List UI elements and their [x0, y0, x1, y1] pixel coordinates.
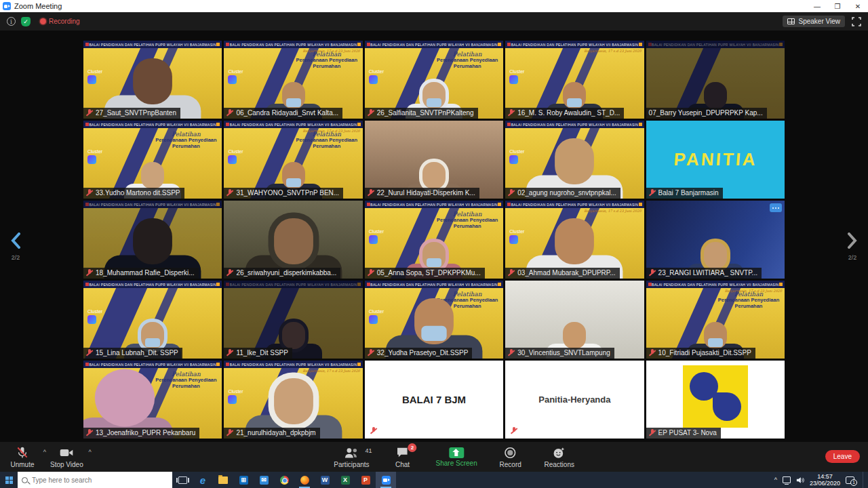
speaker-view-button[interactable]: Speaker View — [783, 16, 845, 27]
camera-icon — [59, 446, 74, 460]
participant-tile[interactable]: BALAI PENDIDIKAN DAN PELATIHAN PUPR WILA… — [83, 121, 222, 199]
video-options-caret[interactable]: ^ — [89, 449, 92, 455]
camera-background — [365, 121, 503, 199]
participant-tile[interactable]: BALAI PENDIDIKAN DAN PELATIHAN PUPR WILA… — [83, 281, 222, 359]
participant-tile[interactable]: BALAI PENDIDIKAN DAN PELATIHAN PUPR WILA… — [224, 361, 362, 439]
restore-button[interactable]: ❐ — [827, 0, 848, 12]
participant-tile[interactable]: BALAI PENDIDIKAN DAN PELATIHAN PUPR WILA… — [83, 361, 222, 439]
record-button[interactable]: Record — [495, 446, 526, 468]
participant-grid: BALAI PENDIDIKAN DAN PELATIHAN PUPR WILA… — [83, 41, 785, 439]
display-name-text: BALAI 7 BJM — [365, 361, 503, 439]
participant-tile[interactable]: PANITIA Balai 7 Banjarmasin — [646, 121, 785, 199]
participant-tile[interactable]: BALAI PENDIDIKAN DAN PELATIHAN PUPR WILA… — [646, 41, 785, 119]
taskbar-powerpoint[interactable]: P — [355, 472, 376, 488]
unmute-button[interactable]: Unmute ^ — [7, 446, 38, 468]
nameplate: 27_Saut_SNVTPnpBanten — [83, 108, 180, 119]
chevron-left-icon[interactable] — [10, 232, 21, 249]
taskbar-zoom[interactable] — [376, 472, 396, 488]
meeting-info-icon[interactable]: i — [7, 17, 16, 26]
mic-options-caret[interactable]: ^ — [43, 449, 46, 455]
nameplate: 03_Ahmad Mubarak_DPUPRP... — [505, 268, 619, 279]
participant-tile[interactable]: 23_RANGI LWITIARA_ SNVTP... — [646, 201, 785, 279]
close-button[interactable]: ✕ — [848, 0, 868, 12]
system-tray: ^ 14:57 23/06/2020 1 — [774, 472, 868, 488]
participants-button[interactable]: 41 Participants — [334, 446, 369, 468]
chat-button[interactable]: 2 Chat — [387, 446, 418, 468]
participant-tile[interactable]: BALAI PENDIDIKAN DAN PELATIHAN PUPR WILA… — [224, 281, 362, 359]
muted-mic-icon — [368, 189, 374, 197]
more-options-button[interactable] — [770, 203, 782, 212]
task-view-button[interactable] — [172, 472, 193, 488]
taskbar-file-explorer[interactable] — [213, 472, 233, 488]
participant-tile[interactable]: BALAI PENDIDIKAN DAN PELATIHAN PUPR WILA… — [646, 281, 785, 359]
cluster-badge: Cluster — [87, 309, 102, 324]
taskbar-store[interactable]: ⊞ — [233, 472, 254, 488]
banner-text: BALAI PENDIDIKAN DAN PELATIHAN PUPR WILA… — [365, 41, 503, 48]
participant-tile[interactable]: BALAI PENDIDIKAN DAN PELATIHAN PUPR WILA… — [505, 121, 644, 199]
nameplate: 07_Barry Yusepin_DPUPRPKP Kap... — [646, 108, 767, 119]
leave-button[interactable]: Leave — [825, 450, 860, 463]
show-desktop-button[interactable] — [863, 472, 865, 488]
participant-tile[interactable]: 30_Vincentius_SNVTLampung — [505, 281, 644, 359]
participant-tile[interactable]: BALAI PENDIDIKAN DAN PELATIHAN PUPR WILA… — [365, 201, 503, 279]
participant-tile[interactable]: BALAI PENDIDIKAN DAN PELATIHAN PUPR WILA… — [505, 201, 644, 279]
participant-tile[interactable]: EP PUSAT 3- Nova — [646, 361, 785, 439]
clock-time: 14:57 — [810, 473, 840, 480]
taskbar-search[interactable] — [18, 472, 172, 488]
record-icon — [504, 446, 517, 460]
participant-tile[interactable]: BALAI 7 BJM — [365, 361, 503, 439]
taskbar-clock[interactable]: 14:57 23/06/2020 — [810, 473, 840, 487]
participant-tile[interactable]: BALAI PENDIDIKAN DAN PELATIHAN PUPR WILA… — [83, 201, 222, 279]
taskbar-word[interactable]: W — [315, 472, 335, 488]
participant-tile[interactable]: 22_Nurul Hidayati-Disperkim K... — [365, 121, 503, 199]
participant-tile[interactable]: BALAI PENDIDIKAN DAN PELATIHAN PUPR WILA… — [365, 281, 503, 359]
participant-tile[interactable]: BALAI PENDIDIKAN DAN PELATIHAN PUPR WILA… — [224, 121, 362, 199]
chevron-right-icon[interactable] — [847, 232, 858, 249]
nameplate: 22_Nurul Hidayati-Disperkim K... — [365, 188, 479, 199]
muted-mic-icon — [649, 429, 656, 436]
minimize-button[interactable]: — — [807, 0, 827, 12]
volume-icon[interactable] — [796, 476, 804, 484]
search-input[interactable] — [32, 476, 168, 484]
excel-icon: X — [341, 476, 350, 485]
panitia-background: PANITIA — [646, 121, 785, 199]
taskbar-chrome[interactable] — [274, 472, 294, 488]
task-view-icon — [178, 476, 187, 484]
course-date: Banjarmasin, 17 s.d 23 Juni 2020 — [303, 369, 360, 373]
taskbar-mail[interactable]: ✉ — [254, 472, 274, 488]
firefox-icon — [300, 476, 309, 485]
participant-tile[interactable]: BALAI PENDIDIKAN DAN PELATIHAN PUPR WILA… — [365, 41, 503, 119]
cluster-logo-icon — [87, 315, 96, 324]
participant-tile[interactable]: BALAI PENDIDIKAN DAN PELATIHAN PUPR WILA… — [505, 41, 644, 119]
view-grid-icon — [787, 18, 795, 24]
taskbar-excel[interactable]: X — [335, 472, 355, 488]
banner-text: BALAI PENDIDIKAN DAN PELATIHAN PUPR WILA… — [83, 41, 222, 48]
next-page-control[interactable]: 2/2 — [842, 232, 863, 261]
fullscreen-icon[interactable] — [852, 17, 861, 26]
stop-video-button[interactable]: Stop Video ^ — [50, 446, 83, 468]
reactions-button[interactable]: Reactions — [544, 446, 575, 468]
nameplate: 02_agung nugroho_snvtpnpkal... — [505, 188, 620, 199]
nameplate: 05_Anna Sopa, ST_DPKPPKMu... — [365, 268, 485, 279]
participant-tile[interactable]: BALAI PENDIDIKAN DAN PELATIHAN PUPR WILA… — [224, 41, 362, 119]
muted-mic-icon — [511, 427, 517, 434]
start-button[interactable] — [0, 472, 18, 488]
participant-tile[interactable]: 26_sriwahyuni_disperkimkabba... — [224, 201, 362, 279]
participant-tile[interactable]: Panitia-Heryanda — [505, 361, 644, 439]
cluster-logo-icon — [228, 75, 237, 84]
participant-tile[interactable]: BALAI PENDIDIKAN DAN PELATIHAN PUPR WILA… — [83, 41, 222, 119]
previous-page-control[interactable]: 2/2 — [5, 232, 26, 261]
window-title: Zoom Meeting — [14, 2, 62, 10]
banner-text: BALAI PENDIDIKAN DAN PELATIHAN PUPR WILA… — [505, 201, 644, 208]
taskbar-firefox[interactable] — [294, 472, 315, 488]
cluster-badge: Cluster — [369, 229, 384, 244]
cluster-logo-icon — [87, 155, 96, 164]
cluster-badge: Cluster — [228, 69, 243, 84]
virtual-background: BALAI PENDIDIKAN DAN PELATIHAN PUPR WILA… — [83, 41, 222, 119]
hidden-icons-chevron[interactable]: ^ — [774, 476, 777, 483]
page-indicator: 2/2 — [5, 254, 26, 261]
action-center-icon[interactable]: 1 — [846, 476, 854, 484]
network-icon[interactable] — [783, 476, 791, 483]
share-screen-button[interactable]: Share Screen — [436, 447, 477, 467]
taskbar-edge[interactable]: e — [193, 472, 213, 488]
